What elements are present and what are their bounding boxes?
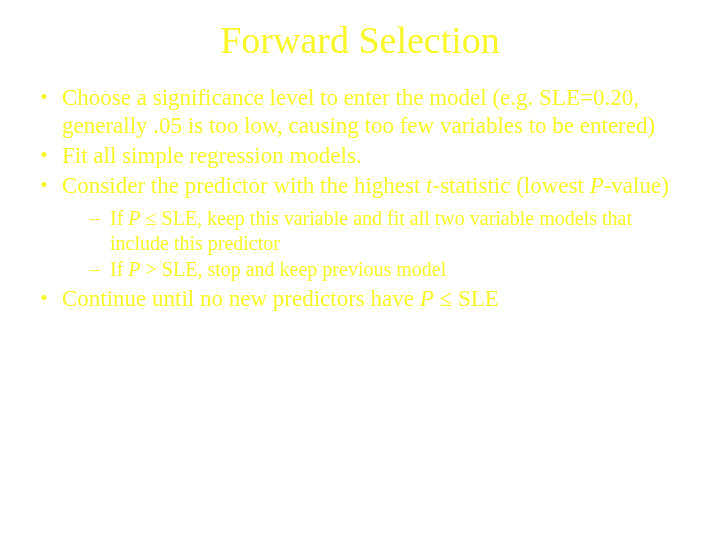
bullet-text: -statistic (lowest bbox=[432, 173, 589, 198]
sub-bullet-item: If P ≤ SLE, keep this variable and fit a… bbox=[90, 206, 690, 255]
sub-bullet-text: If bbox=[110, 258, 128, 280]
bullet-text: Continue until no new predictors have bbox=[62, 286, 420, 311]
bullet-item: Fit all simple regression models. bbox=[38, 142, 690, 170]
sub-bullet-list: If P ≤ SLE, keep this variable and fit a… bbox=[62, 206, 690, 281]
italic-text: P bbox=[420, 286, 434, 311]
sub-bullet-item: If P > SLE, stop and keep previous model bbox=[90, 257, 690, 281]
bullet-item: Continue until no new predictors have P … bbox=[38, 285, 690, 313]
bullet-text: ≤ SLE bbox=[434, 286, 499, 311]
sub-bullet-text: If bbox=[110, 207, 128, 229]
bullet-item: Consider the predictor with the highest … bbox=[38, 172, 690, 281]
sub-bullet-text: ≤ SLE, keep this variable and fit all tw… bbox=[110, 207, 632, 253]
slide-title: Forward Selection bbox=[30, 18, 690, 62]
main-bullet-list: Choose a significance level to enter the… bbox=[30, 84, 690, 313]
bullet-text: Consider the predictor with the highest bbox=[62, 173, 426, 198]
italic-text: P bbox=[128, 207, 140, 229]
italic-text: P bbox=[128, 258, 140, 280]
italic-text: P bbox=[590, 173, 604, 198]
bullet-text: Fit all simple regression models. bbox=[62, 143, 362, 168]
bullet-text: -value) bbox=[604, 173, 669, 198]
slide: Forward Selection Choose a significance … bbox=[0, 0, 720, 313]
bullet-text: Choose a significance level to enter the… bbox=[62, 85, 655, 138]
bullet-item: Choose a significance level to enter the… bbox=[38, 84, 690, 140]
sub-bullet-text: > SLE, stop and keep previous model bbox=[141, 258, 447, 280]
